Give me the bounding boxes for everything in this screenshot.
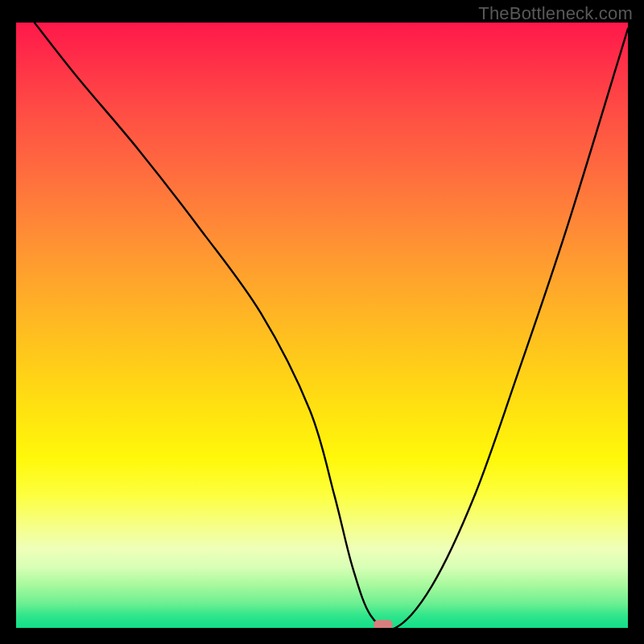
plot-area — [16, 23, 628, 628]
watermark-text: TheBottleneck.com — [478, 3, 633, 24]
bottleneck-curve — [16, 23, 628, 628]
optimum-marker — [374, 620, 393, 628]
chart-frame: TheBottleneck.com — [0, 0, 644, 644]
